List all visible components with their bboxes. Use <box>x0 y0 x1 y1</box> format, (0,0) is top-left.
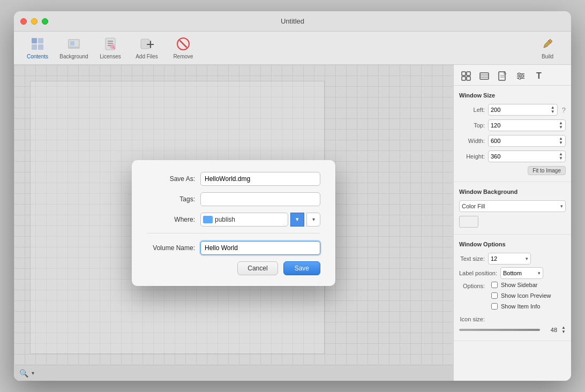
window-options-section: Window Options Text size: 12 ▾ Label pos… <box>454 235 571 341</box>
panel-tab-settings[interactable] <box>513 69 529 83</box>
svg-point-33 <box>519 77 521 79</box>
toolbar-item-add-files[interactable]: Add Files <box>130 34 164 62</box>
panel-tab-text[interactable]: T <box>531 69 547 83</box>
help-icon[interactable]: ? <box>562 106 566 114</box>
svg-rect-6 <box>70 41 74 46</box>
volume-name-input[interactable] <box>200 241 320 255</box>
height-label: Height: <box>459 153 485 160</box>
licenses-label: Licenses <box>100 54 121 59</box>
height-row: Height: ▲ ▼ <box>459 150 566 162</box>
contents-label: Contents <box>27 54 48 59</box>
text-size-row: Text size: 12 ▾ <box>459 253 566 265</box>
width-label: Width: <box>459 138 485 144</box>
canvas-area: 🔍 ▾ Save As: Tags: <box>14 65 453 381</box>
toolbar-item-contents[interactable]: Contents <box>20 34 55 62</box>
where-select-wrap[interactable]: publish <box>200 213 288 227</box>
panel-tab-grid[interactable] <box>458 69 474 83</box>
window-title: Untitled <box>281 17 304 25</box>
show-item-info-checkbox[interactable] <box>491 303 498 310</box>
build-icon <box>540 36 555 51</box>
modal-overlay: Save As: Tags: Where: <box>14 65 453 381</box>
remove-icon <box>176 36 191 51</box>
text-size-label: Text size: <box>459 255 485 262</box>
volume-name-label: Volume Name: <box>147 244 195 252</box>
label-position-value: Bottom <box>503 270 522 276</box>
volume-name-row: Volume Name: <box>147 241 320 255</box>
svg-rect-1 <box>38 38 43 43</box>
background-label: Background <box>59 54 88 59</box>
window-size-section: Window Size Left: ▲ ▼ ? Top: <box>454 86 571 182</box>
toolbar-item-remove[interactable]: Remove <box>166 34 200 62</box>
where-selector: publish ▾ ▾ <box>200 213 320 227</box>
toolbar-item-build[interactable]: Build <box>530 34 565 62</box>
show-sidebar-row[interactable]: Show Sidebar <box>488 282 551 288</box>
left-down-btn[interactable]: ▼ <box>551 110 555 114</box>
toolbar-item-licenses[interactable]: Licenses <box>93 34 128 62</box>
text-size-value: 12 <box>491 255 497 262</box>
tags-row: Tags: <box>147 192 320 206</box>
panel-tab-list[interactable] <box>476 69 492 83</box>
left-row: Left: ▲ ▼ ? <box>459 104 566 116</box>
width-input[interactable] <box>491 138 558 144</box>
left-input-wrap: ▲ ▼ <box>488 104 558 116</box>
right-panel: T Window Size Left: ▲ ▼ ? <box>453 65 571 381</box>
fit-to-image-button[interactable]: Fit to Image <box>528 166 566 175</box>
close-button[interactable] <box>20 18 27 25</box>
top-row: Top: ▲ ▼ <box>459 119 566 131</box>
options-label: Options: <box>459 283 485 289</box>
fill-select-wrap[interactable]: Color Fill ▾ <box>459 200 566 212</box>
width-input-wrap: ▲ ▼ <box>488 135 566 147</box>
text-size-dropdown[interactable]: 12 ▾ <box>488 253 531 265</box>
top-down-btn[interactable]: ▼ <box>559 125 563 130</box>
where-label: Where: <box>147 216 195 223</box>
fill-arrow: ▾ <box>560 203 563 209</box>
label-position-label: Label position: <box>459 270 497 276</box>
svg-rect-0 <box>32 38 37 43</box>
save-as-label: Save As: <box>147 175 195 183</box>
show-item-info-row[interactable]: Show Item Info <box>488 303 551 310</box>
titlebar: Untitled <box>14 11 571 32</box>
licenses-icon <box>103 36 118 51</box>
height-input[interactable] <box>491 153 558 160</box>
height-input-wrap: ▲ ▼ <box>488 150 566 162</box>
icon-size-down-btn[interactable]: ▼ <box>561 330 566 334</box>
background-icon <box>66 36 81 51</box>
top-stepper: ▲ ▼ <box>559 121 563 130</box>
save-as-input[interactable] <box>200 172 320 186</box>
tags-input[interactable] <box>200 192 320 206</box>
minimize-button[interactable] <box>31 18 38 25</box>
where-expand-btn[interactable]: ▾ <box>306 213 320 227</box>
svg-rect-18 <box>462 72 466 76</box>
fill-row: Color Fill ▾ <box>459 200 566 212</box>
show-sidebar-label: Show Sidebar <box>501 282 538 288</box>
label-position-dropdown[interactable]: Bottom ▾ <box>500 267 543 279</box>
svg-rect-22 <box>480 73 489 79</box>
checkboxes-row: Options: Show Sidebar Show Icon Preview <box>459 282 566 312</box>
tags-label: Tags: <box>147 195 195 203</box>
show-sidebar-checkbox[interactable] <box>491 282 498 288</box>
label-position-arrow: ▾ <box>538 270 541 276</box>
show-icon-preview-label: Show Icon Preview <box>501 292 551 299</box>
where-dropdown-btn[interactable]: ▾ <box>290 213 304 227</box>
toolbar-item-background[interactable]: Background <box>57 34 91 62</box>
left-input[interactable] <box>491 107 550 113</box>
panel-tab-doc[interactable] <box>494 69 511 83</box>
add-files-label: Add Files <box>136 54 158 59</box>
save-button[interactable]: Save <box>283 261 320 275</box>
icon-size-slider[interactable] <box>459 329 540 331</box>
show-icon-preview-row[interactable]: Show Icon Preview <box>488 292 551 299</box>
height-down-btn[interactable]: ▼ <box>559 156 563 161</box>
maximize-button[interactable] <box>42 18 48 25</box>
width-stepper: ▲ ▼ <box>559 137 563 145</box>
show-icon-preview-checkbox[interactable] <box>491 292 498 299</box>
contents-icon <box>30 36 45 51</box>
top-input[interactable] <box>491 122 558 129</box>
window-size-title: Window Size <box>459 92 566 99</box>
color-swatch[interactable] <box>459 216 478 228</box>
checkboxes: Show Sidebar Show Icon Preview Show Item… <box>488 282 551 312</box>
svg-rect-19 <box>467 72 470 76</box>
modal-separator <box>147 233 320 233</box>
width-down-btn[interactable]: ▼ <box>559 141 563 145</box>
cancel-button[interactable]: Cancel <box>237 261 278 275</box>
icon-size-control: 48 ▲ ▼ <box>459 326 566 334</box>
